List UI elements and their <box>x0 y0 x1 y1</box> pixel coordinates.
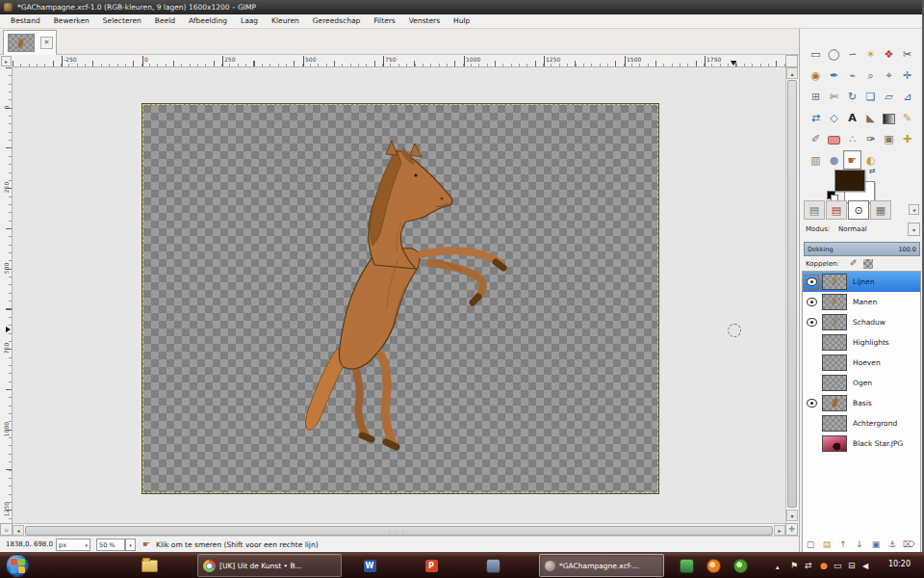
tool-cage-transform[interactable]: ◇ <box>825 108 843 127</box>
menu-laag[interactable]: Laag <box>234 14 265 28</box>
mode-value[interactable]: Normaal <box>838 225 867 233</box>
tool-paintbrush[interactable]: ✐ <box>807 129 825 148</box>
volume-tray-icon[interactable]: ◀ <box>862 560 868 572</box>
taskbar-app-button-1[interactable] <box>674 554 699 577</box>
layer-row-basis[interactable]: Basis <box>803 393 920 413</box>
tool-crop[interactable]: ✄ <box>825 87 843 106</box>
tool-perspective[interactable]: ⊿ <box>898 87 916 106</box>
horizontal-scrollbar-thumb[interactable]: ⋮⋮⋮ <box>25 526 773 536</box>
navigation-preview-button[interactable]: ✛ <box>785 523 798 536</box>
tool-text[interactable]: A <box>843 108 861 127</box>
layer-row-manen[interactable]: Manen <box>803 292 920 312</box>
window-titlebar[interactable]: *GAChampagne.xcf-1.0 (RGB-kleuren, 9 lag… <box>0 0 924 14</box>
visibility-eye-icon[interactable] <box>805 315 819 329</box>
sync-tray-icon[interactable]: ⇄ <box>805 560 812 572</box>
layer-row-black-star-jpg[interactable]: Black Star.JPG <box>803 434 920 454</box>
visibility-eye-icon[interactable] <box>805 355 819 370</box>
quick-mask-toggle[interactable]: ▫ <box>0 523 13 536</box>
unit-dropdown[interactable]: px▾ <box>56 539 90 551</box>
visibility-eye-icon[interactable] <box>805 335 819 350</box>
visibility-eye-icon[interactable] <box>805 275 819 289</box>
show-hidden-icons-button[interactable]: ▴ <box>776 562 780 574</box>
taskbar-powerpoint-button[interactable]: P <box>416 554 447 577</box>
vertical-scrollbar-thumb[interactable] <box>787 80 797 508</box>
tool-gradient[interactable] <box>880 108 898 127</box>
menu-kleuren[interactable]: Kleuren <box>265 14 306 28</box>
scroll-left-icon[interactable]: ◂ <box>13 525 24 536</box>
image-tab[interactable]: ✕ <box>3 30 57 55</box>
foreground-color-swatch[interactable] <box>834 170 865 192</box>
menu-vensters[interactable]: Vensters <box>402 14 447 28</box>
zoom-value-box[interactable]: 50 % <box>96 539 125 551</box>
tool-blur-sharpen[interactable]: ● <box>825 150 843 170</box>
tab-paths[interactable]: ⊙ <box>848 200 869 220</box>
scroll-down-icon[interactable]: ▾ <box>786 510 798 521</box>
delete-layer-button[interactable]: ⌦ <box>901 539 916 551</box>
scroll-up-icon[interactable]: ▴ <box>786 67 798 79</box>
tool-select-by-color[interactable]: ❖ <box>880 44 898 64</box>
vertical-scrollbar[interactable]: ▴ ▾ <box>785 67 798 523</box>
new-layer-group-button[interactable]: ▤ <box>819 539 834 551</box>
lower-layer-button[interactable]: ↓ <box>852 539 867 551</box>
visibility-eye-icon[interactable] <box>805 295 819 309</box>
network-tray-icon[interactable]: ⊟ <box>848 560 856 572</box>
menu-hulp[interactable]: Hulp <box>447 14 476 28</box>
tool-free-select[interactable]: ∽ <box>843 44 861 64</box>
tool-rectangle-select[interactable]: ▭ <box>807 44 825 64</box>
taskbar-clock[interactable]: 10:20 <box>888 560 911 568</box>
tool-pencil[interactable]: ✎ <box>898 108 916 127</box>
horizontal-ruler[interactable]: -250 0 250 500 750 1000 1250 1500 1750 <box>13 55 785 67</box>
layer-boundary[interactable] <box>142 104 658 493</box>
tab-layers[interactable]: ▤ <box>804 200 825 220</box>
tool-color-picker[interactable]: ⌁ <box>843 66 861 85</box>
tool-align[interactable]: ⊞ <box>807 87 825 106</box>
tab-close-icon[interactable]: ✕ <box>40 37 53 49</box>
tool-zoom[interactable]: ⌕ <box>861 66 880 85</box>
taskbar-app-button-2[interactable] <box>728 554 753 577</box>
taskbar-word-button[interactable]: W <box>354 554 385 577</box>
vertical-ruler[interactable]: 0 250 500 750 1000 1250 <box>0 67 13 523</box>
visibility-eye-icon[interactable] <box>805 396 819 410</box>
taskbar-blender-button[interactable] <box>701 554 726 577</box>
swap-colors-icon[interactable]: ⇄ <box>869 167 876 175</box>
canvas-viewport[interactable] <box>13 67 785 523</box>
menu-bestand[interactable]: Bestand <box>4 14 47 28</box>
display-tray-icon[interactable]: ▭ <box>834 560 842 572</box>
scroll-right-icon[interactable]: ▸ <box>774 525 785 536</box>
tool-move[interactable]: ✛ <box>898 66 916 85</box>
zoom-fit-corner-button[interactable] <box>785 55 798 67</box>
tool-foreground-select[interactable]: ◉ <box>807 66 825 85</box>
lock-pixels-icon[interactable]: ✐ <box>850 258 858 268</box>
tool-flip[interactable]: ⇄ <box>807 108 825 127</box>
menu-afbeelding[interactable]: Afbeelding <box>182 14 234 28</box>
menu-bewerken[interactable]: Bewerken <box>47 14 96 28</box>
layer-row-highlights[interactable]: Highlights <box>803 332 920 353</box>
tool-eraser[interactable] <box>825 129 843 148</box>
layer-row-lijnen[interactable]: Lijnen <box>803 272 920 292</box>
tool-ink[interactable]: ✑ <box>861 129 880 148</box>
visibility-eye-icon[interactable] <box>805 376 819 390</box>
start-button[interactable] <box>6 554 29 577</box>
raise-layer-button[interactable]: ↑ <box>835 539 851 551</box>
menu-selecteren[interactable]: Selecteren <box>96 14 148 28</box>
antivirus-tray-icon[interactable]: ● <box>820 560 828 572</box>
taskbar-calculator-button[interactable] <box>477 554 508 577</box>
tool-heal[interactable]: ✚ <box>898 129 916 148</box>
tool-scissors-select[interactable]: ✂ <box>898 44 916 64</box>
ruler-corner-menu-button[interactable]: ▸ <box>1 56 12 66</box>
taskbar-explorer-button[interactable] <box>133 554 166 577</box>
zoom-dropdown-arrow[interactable]: ▾ <box>125 539 136 551</box>
tool-ellipse-select[interactable]: ◯ <box>825 44 843 64</box>
menu-beeld[interactable]: Beeld <box>148 14 182 28</box>
layer-row-schaduw[interactable]: Schaduw <box>803 312 920 332</box>
opacity-slider[interactable]: Dekking 100.0 <box>804 242 920 256</box>
visibility-eye-icon[interactable] <box>805 436 819 451</box>
visibility-eye-icon[interactable] <box>805 416 819 431</box>
tool-clone[interactable]: ▣ <box>880 129 898 148</box>
tool-airbrush[interactable]: ∴ <box>843 129 861 148</box>
tool-perspective-clone[interactable]: ▥ <box>807 150 825 170</box>
tool-shear[interactable]: ▱ <box>880 87 898 106</box>
tool-paths[interactable]: ✒ <box>825 66 843 85</box>
tool-smudge[interactable]: ☛ <box>843 150 861 170</box>
taskbar-gimp-window-button[interactable]: *GAChampagne.xcf-... <box>539 554 664 577</box>
